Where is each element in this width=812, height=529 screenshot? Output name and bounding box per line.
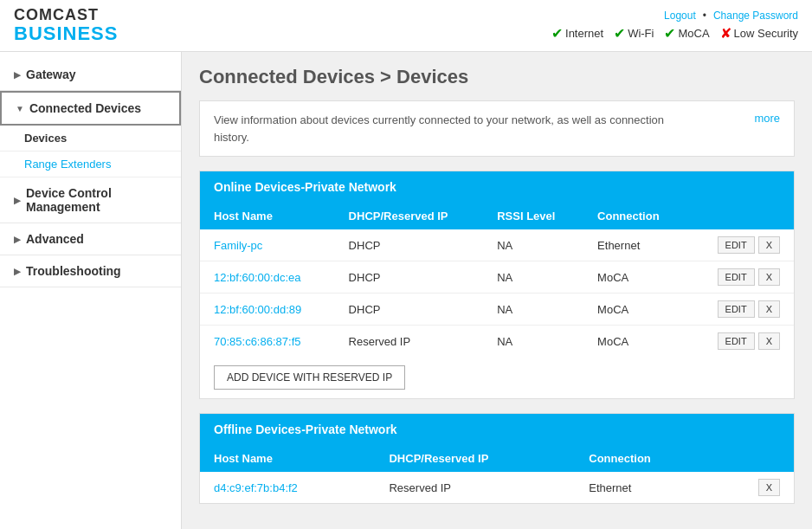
x-icon: ✘	[720, 25, 731, 42]
col-actions-header	[688, 203, 794, 229]
status-internet-label: Internet	[565, 27, 603, 40]
hostname-link[interactable]: Family-pc	[214, 239, 262, 252]
status-wifi-label: Wi-Fi	[628, 27, 654, 40]
col-connection: Connection	[583, 203, 688, 229]
hostname-link[interactable]: 12:bf:60:00:dc:ea	[214, 271, 300, 284]
table-row: 70:85:c6:86:87:f5 Reserved IP NA MoCA ED…	[200, 326, 794, 358]
cell-connection: MoCA	[583, 294, 688, 326]
offline-devices-table: Offline Devices-Private Network Host Nam…	[199, 413, 795, 504]
cell-hostname: 70:85:c6:86:87:f5	[200, 326, 335, 358]
logo-business: BUSINESS	[14, 23, 118, 44]
sidebar-sub-item-devices-label: Devices	[24, 132, 67, 145]
arrow-icon: ▶	[14, 235, 21, 244]
separator: •	[703, 10, 706, 22]
cell-actions: X	[716, 472, 794, 503]
remove-button[interactable]: X	[758, 236, 780, 254]
edit-button[interactable]: EDIT	[718, 236, 755, 254]
sidebar-item-gateway-label: Gateway	[26, 68, 76, 81]
status-moca-label: MoCA	[678, 27, 709, 40]
cell-rssi: NA	[483, 261, 583, 294]
remove-button[interactable]: X	[758, 332, 780, 350]
col-ip: DHCP/Reserved IP	[335, 203, 484, 229]
status-moca: ✔ MoCA	[664, 25, 709, 42]
table-row: 12:bf:60:00:dc:ea DHCP NA MoCA EDIT X	[200, 261, 794, 294]
header: COMCAST BUSINESS Logout • Change Passwor…	[0, 0, 812, 52]
online-table: Host Name DHCP/Reserved IP RSSI Level Co…	[200, 203, 794, 357]
header-links: Logout • Change Password	[664, 10, 798, 22]
check-icon: ✔	[664, 25, 675, 42]
table-row: d4:c9:ef:7b:b4:f2 Reserved IP Ethernet X	[200, 472, 794, 503]
cell-ip: DHCP	[335, 294, 484, 326]
table-row: Family-pc DHCP NA Ethernet EDIT X	[200, 229, 794, 261]
layout: ▶ Gateway ▼ Connected Devices Devices Ra…	[0, 52, 812, 529]
online-table-title: Online Devices-Private Network	[214, 180, 396, 194]
info-box: View information about devices currently…	[199, 100, 795, 157]
sidebar-item-troubleshooting-label: Troubleshooting	[26, 264, 121, 278]
arrow-icon: ▶	[14, 70, 21, 80]
col-connection-off: Connection	[575, 445, 716, 472]
hostname-link[interactable]: d4:c9:ef:7b:b4:f2	[214, 481, 298, 494]
cell-connection: Ethernet	[583, 229, 688, 261]
cell-connection: Ethernet	[575, 472, 716, 503]
sidebar-item-advanced-label: Advanced	[26, 232, 84, 246]
col-rssi: RSSI Level	[483, 203, 583, 229]
online-devices-table: Online Devices-Private Network Host Name…	[199, 171, 795, 399]
col-hostname: Host Name	[200, 203, 335, 229]
online-table-header: Online Devices-Private Network	[200, 171, 794, 203]
cell-actions: EDIT X	[688, 294, 794, 326]
remove-button[interactable]: X	[758, 479, 780, 496]
header-status: ✔ Internet ✔ Wi-Fi ✔ MoCA ✘ Low Security	[551, 25, 798, 42]
more-link[interactable]: more	[754, 112, 780, 125]
header-right: Logout • Change Password ✔ Internet ✔ Wi…	[551, 10, 798, 42]
status-internet: ✔ Internet	[551, 25, 603, 42]
cell-connection: MoCA	[583, 261, 688, 294]
offline-table-header: Offline Devices-Private Network	[200, 414, 794, 445]
main-content: Connected Devices > Devices View informa…	[182, 52, 812, 529]
cell-rssi: NA	[483, 229, 583, 261]
cell-hostname: d4:c9:ef:7b:b4:f2	[200, 472, 375, 503]
change-password-link[interactable]: Change Password	[713, 10, 798, 22]
sidebar-sub-item-range-extenders[interactable]: Range Extenders	[0, 152, 181, 177]
edit-button[interactable]: EDIT	[718, 268, 755, 286]
remove-button[interactable]: X	[758, 300, 780, 318]
add-device-button[interactable]: ADD DEVICE WITH RESERVED IP	[214, 365, 405, 390]
sidebar-item-device-control-label: Device Control Management	[26, 186, 167, 214]
page-title: Connected Devices > Devices	[199, 66, 795, 88]
sidebar-item-gateway[interactable]: ▶ Gateway	[0, 59, 181, 91]
add-device-container: ADD DEVICE WITH RESERVED IP	[200, 357, 794, 398]
edit-button[interactable]: EDIT	[718, 332, 755, 350]
sidebar-item-advanced[interactable]: ▶ Advanced	[0, 223, 181, 255]
col-actions-off-header	[716, 445, 794, 472]
sidebar: ▶ Gateway ▼ Connected Devices Devices Ra…	[0, 52, 182, 529]
cell-ip: Reserved IP	[375, 472, 575, 503]
col-hostname-off: Host Name	[200, 445, 375, 472]
sidebar-item-troubleshooting[interactable]: ▶ Troubleshooting	[0, 255, 181, 287]
remove-button[interactable]: X	[758, 268, 780, 286]
status-wifi: ✔ Wi-Fi	[614, 25, 654, 42]
cell-actions: EDIT X	[688, 261, 794, 294]
check-icon: ✔	[551, 25, 563, 42]
status-security: ✘ Low Security	[720, 25, 798, 42]
status-security-label: Low Security	[734, 27, 798, 40]
logo: COMCAST BUSINESS	[14, 7, 118, 45]
cell-hostname: 12:bf:60:00:dc:ea	[200, 261, 335, 294]
edit-button[interactable]: EDIT	[718, 300, 755, 318]
cell-ip: DHCP	[335, 261, 484, 294]
logout-link[interactable]: Logout	[664, 10, 696, 22]
offline-table: Host Name DHCP/Reserved IP Connection d4…	[200, 445, 794, 503]
check-icon: ✔	[614, 25, 625, 42]
sidebar-item-connected-devices[interactable]: ▼ Connected Devices	[0, 91, 181, 126]
cell-rssi: NA	[483, 294, 583, 326]
arrow-icon: ▶	[14, 267, 21, 276]
arrow-icon: ▼	[16, 104, 24, 113]
sidebar-sub-item-devices[interactable]: Devices	[0, 126, 181, 152]
sidebar-item-device-control[interactable]: ▶ Device Control Management	[0, 177, 181, 223]
hostname-link[interactable]: 12:bf:60:00:dd:89	[214, 303, 301, 316]
hostname-link[interactable]: 70:85:c6:86:87:f5	[214, 335, 300, 348]
arrow-icon: ▶	[14, 196, 21, 205]
table-row: 12:bf:60:00:dd:89 DHCP NA MoCA EDIT X	[200, 294, 794, 326]
logo-comcast: COMCAST	[14, 7, 118, 24]
cell-hostname: 12:bf:60:00:dd:89	[200, 294, 335, 326]
info-box-text: View information about devices currently…	[214, 112, 695, 145]
cell-actions: EDIT X	[688, 229, 794, 261]
